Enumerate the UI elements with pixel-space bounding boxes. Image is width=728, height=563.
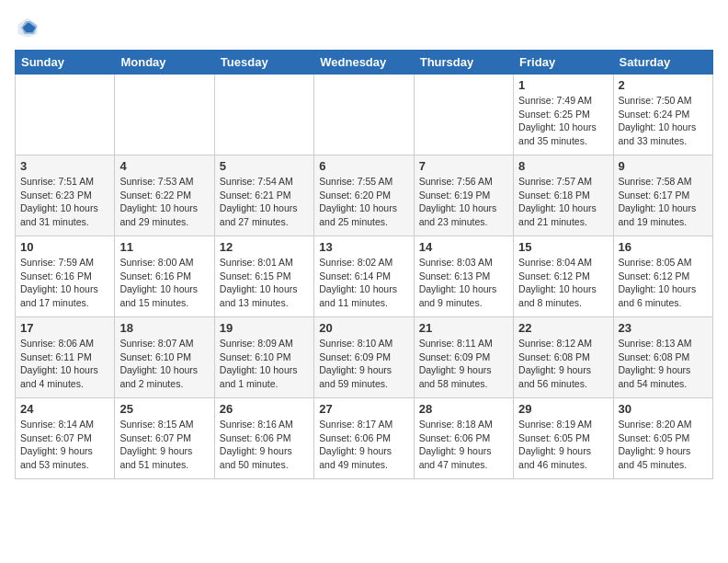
day-number: 12 xyxy=(220,240,309,254)
day-info: Sunrise: 7:57 AM Sunset: 6:18 PM Dayligh… xyxy=(518,175,608,229)
day-number: 21 xyxy=(419,321,508,335)
calendar-cell: 12Sunrise: 8:01 AM Sunset: 6:15 PM Dayli… xyxy=(214,236,313,317)
day-number: 29 xyxy=(518,402,608,416)
day-info: Sunrise: 8:13 AM Sunset: 6:08 PM Dayligh… xyxy=(619,337,708,391)
day-info: Sunrise: 8:06 AM Sunset: 6:11 PM Dayligh… xyxy=(20,337,109,391)
day-info: Sunrise: 8:18 AM Sunset: 6:06 PM Dayligh… xyxy=(419,418,508,472)
calendar-cell: 14Sunrise: 8:03 AM Sunset: 6:13 PM Dayli… xyxy=(414,236,513,317)
calendar-cell xyxy=(16,75,115,155)
day-number: 22 xyxy=(518,321,608,335)
day-number: 2 xyxy=(619,78,708,92)
calendar-cell: 15Sunrise: 8:04 AM Sunset: 6:12 PM Dayli… xyxy=(514,236,613,317)
calendar-cell: 4Sunrise: 7:53 AM Sunset: 6:22 PM Daylig… xyxy=(115,155,214,236)
calendar-cell: 24Sunrise: 8:14 AM Sunset: 6:07 PM Dayli… xyxy=(16,398,115,479)
calendar-week-row: 1Sunrise: 7:49 AM Sunset: 6:25 PM Daylig… xyxy=(16,75,713,155)
calendar-week-row: 17Sunrise: 8:06 AM Sunset: 6:11 PM Dayli… xyxy=(16,317,713,398)
calendar-header-cell: Sunday xyxy=(16,51,115,75)
day-number: 27 xyxy=(319,402,408,416)
day-info: Sunrise: 8:12 AM Sunset: 6:08 PM Dayligh… xyxy=(518,337,608,391)
day-info: Sunrise: 7:49 AM Sunset: 6:25 PM Dayligh… xyxy=(518,94,608,148)
calendar-week-row: 3Sunrise: 7:51 AM Sunset: 6:23 PM Daylig… xyxy=(16,155,713,236)
calendar-cell xyxy=(115,75,214,155)
day-info: Sunrise: 8:11 AM Sunset: 6:09 PM Dayligh… xyxy=(419,337,508,391)
calendar-cell: 21Sunrise: 8:11 AM Sunset: 6:09 PM Dayli… xyxy=(414,317,513,398)
calendar-cell: 9Sunrise: 7:58 AM Sunset: 6:17 PM Daylig… xyxy=(613,155,712,236)
day-info: Sunrise: 7:59 AM Sunset: 6:16 PM Dayligh… xyxy=(20,256,109,310)
day-info: Sunrise: 8:16 AM Sunset: 6:06 PM Dayligh… xyxy=(220,418,309,472)
page-header xyxy=(15,15,713,40)
calendar-cell: 23Sunrise: 8:13 AM Sunset: 6:08 PM Dayli… xyxy=(613,317,712,398)
calendar-cell: 16Sunrise: 8:05 AM Sunset: 6:12 PM Dayli… xyxy=(613,236,712,317)
calendar-cell: 29Sunrise: 8:19 AM Sunset: 6:05 PM Dayli… xyxy=(514,398,613,479)
day-number: 28 xyxy=(419,402,508,416)
day-info: Sunrise: 8:19 AM Sunset: 6:05 PM Dayligh… xyxy=(518,418,608,472)
calendar-cell: 1Sunrise: 7:49 AM Sunset: 6:25 PM Daylig… xyxy=(514,75,613,155)
day-number: 23 xyxy=(619,321,708,335)
calendar-header-cell: Saturday xyxy=(613,51,712,75)
day-number: 4 xyxy=(119,159,209,173)
calendar-cell: 26Sunrise: 8:16 AM Sunset: 6:06 PM Dayli… xyxy=(214,398,313,479)
day-number: 8 xyxy=(518,159,608,173)
day-number: 19 xyxy=(220,321,309,335)
day-number: 20 xyxy=(319,321,408,335)
day-number: 14 xyxy=(419,240,508,254)
day-number: 16 xyxy=(619,240,708,254)
calendar-header-cell: Monday xyxy=(115,51,214,75)
calendar-cell: 27Sunrise: 8:17 AM Sunset: 6:06 PM Dayli… xyxy=(314,398,414,479)
day-info: Sunrise: 8:10 AM Sunset: 6:09 PM Dayligh… xyxy=(319,337,408,391)
logo xyxy=(15,15,44,40)
day-info: Sunrise: 8:09 AM Sunset: 6:10 PM Dayligh… xyxy=(220,337,309,391)
calendar-cell: 28Sunrise: 8:18 AM Sunset: 6:06 PM Dayli… xyxy=(414,398,513,479)
day-info: Sunrise: 7:50 AM Sunset: 6:24 PM Dayligh… xyxy=(619,94,708,148)
day-info: Sunrise: 8:04 AM Sunset: 6:12 PM Dayligh… xyxy=(518,256,608,310)
day-number: 1 xyxy=(518,78,608,92)
day-number: 30 xyxy=(619,402,708,416)
day-number: 11 xyxy=(119,240,209,254)
day-number: 7 xyxy=(419,159,508,173)
day-number: 9 xyxy=(619,159,708,173)
calendar-cell: 17Sunrise: 8:06 AM Sunset: 6:11 PM Dayli… xyxy=(16,317,115,398)
day-info: Sunrise: 7:56 AM Sunset: 6:19 PM Dayligh… xyxy=(419,175,508,229)
day-number: 15 xyxy=(518,240,608,254)
day-number: 3 xyxy=(20,159,109,173)
day-info: Sunrise: 8:03 AM Sunset: 6:13 PM Dayligh… xyxy=(419,256,508,310)
day-number: 26 xyxy=(220,402,309,416)
calendar-body: 1Sunrise: 7:49 AM Sunset: 6:25 PM Daylig… xyxy=(16,75,713,479)
calendar-cell: 10Sunrise: 7:59 AM Sunset: 6:16 PM Dayli… xyxy=(16,236,115,317)
calendar-cell: 25Sunrise: 8:15 AM Sunset: 6:07 PM Dayli… xyxy=(115,398,214,479)
calendar-cell: 13Sunrise: 8:02 AM Sunset: 6:14 PM Dayli… xyxy=(314,236,414,317)
day-info: Sunrise: 8:14 AM Sunset: 6:07 PM Dayligh… xyxy=(20,418,109,472)
day-info: Sunrise: 8:17 AM Sunset: 6:06 PM Dayligh… xyxy=(319,418,408,472)
calendar-table: SundayMondayTuesdayWednesdayThursdayFrid… xyxy=(15,50,713,479)
calendar-cell: 18Sunrise: 8:07 AM Sunset: 6:10 PM Dayli… xyxy=(115,317,214,398)
day-number: 17 xyxy=(20,321,109,335)
calendar-cell: 11Sunrise: 8:00 AM Sunset: 6:16 PM Dayli… xyxy=(115,236,214,317)
day-number: 24 xyxy=(20,402,109,416)
calendar-header-cell: Wednesday xyxy=(314,51,414,75)
calendar-cell: 20Sunrise: 8:10 AM Sunset: 6:09 PM Dayli… xyxy=(314,317,414,398)
calendar-cell: 2Sunrise: 7:50 AM Sunset: 6:24 PM Daylig… xyxy=(613,75,712,155)
day-number: 13 xyxy=(319,240,408,254)
calendar-cell: 22Sunrise: 8:12 AM Sunset: 6:08 PM Dayli… xyxy=(514,317,613,398)
day-number: 18 xyxy=(119,321,209,335)
calendar-week-row: 10Sunrise: 7:59 AM Sunset: 6:16 PM Dayli… xyxy=(16,236,713,317)
day-info: Sunrise: 8:02 AM Sunset: 6:14 PM Dayligh… xyxy=(319,256,408,310)
day-info: Sunrise: 7:58 AM Sunset: 6:17 PM Dayligh… xyxy=(619,175,708,229)
day-number: 5 xyxy=(220,159,309,173)
calendar-cell: 7Sunrise: 7:56 AM Sunset: 6:19 PM Daylig… xyxy=(414,155,513,236)
day-info: Sunrise: 8:05 AM Sunset: 6:12 PM Dayligh… xyxy=(619,256,708,310)
calendar-cell xyxy=(214,75,313,155)
logo-icon xyxy=(15,15,40,40)
calendar-week-row: 24Sunrise: 8:14 AM Sunset: 6:07 PM Dayli… xyxy=(16,398,713,479)
day-info: Sunrise: 8:00 AM Sunset: 6:16 PM Dayligh… xyxy=(119,256,209,310)
day-info: Sunrise: 7:51 AM Sunset: 6:23 PM Dayligh… xyxy=(20,175,109,229)
calendar-cell: 8Sunrise: 7:57 AM Sunset: 6:18 PM Daylig… xyxy=(514,155,613,236)
calendar-cell: 30Sunrise: 8:20 AM Sunset: 6:05 PM Dayli… xyxy=(613,398,712,479)
day-info: Sunrise: 8:07 AM Sunset: 6:10 PM Dayligh… xyxy=(119,337,209,391)
day-info: Sunrise: 7:55 AM Sunset: 6:20 PM Dayligh… xyxy=(319,175,408,229)
calendar-cell: 3Sunrise: 7:51 AM Sunset: 6:23 PM Daylig… xyxy=(16,155,115,236)
calendar-cell: 5Sunrise: 7:54 AM Sunset: 6:21 PM Daylig… xyxy=(214,155,313,236)
calendar-cell: 19Sunrise: 8:09 AM Sunset: 6:10 PM Dayli… xyxy=(214,317,313,398)
day-info: Sunrise: 8:01 AM Sunset: 6:15 PM Dayligh… xyxy=(220,256,309,310)
calendar-header-row: SundayMondayTuesdayWednesdayThursdayFrid… xyxy=(16,51,713,75)
